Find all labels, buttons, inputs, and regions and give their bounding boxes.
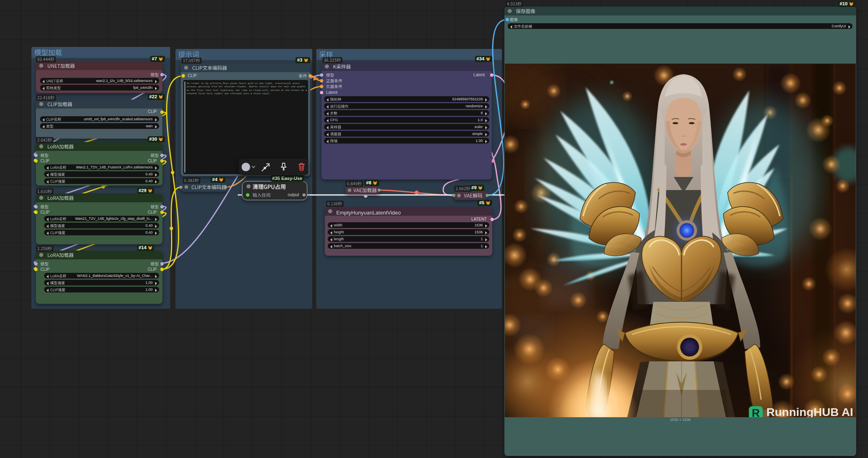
svg-text:R: R	[752, 407, 760, 417]
svg-text:RunningHUB AI: RunningHUB AI	[766, 405, 853, 417]
